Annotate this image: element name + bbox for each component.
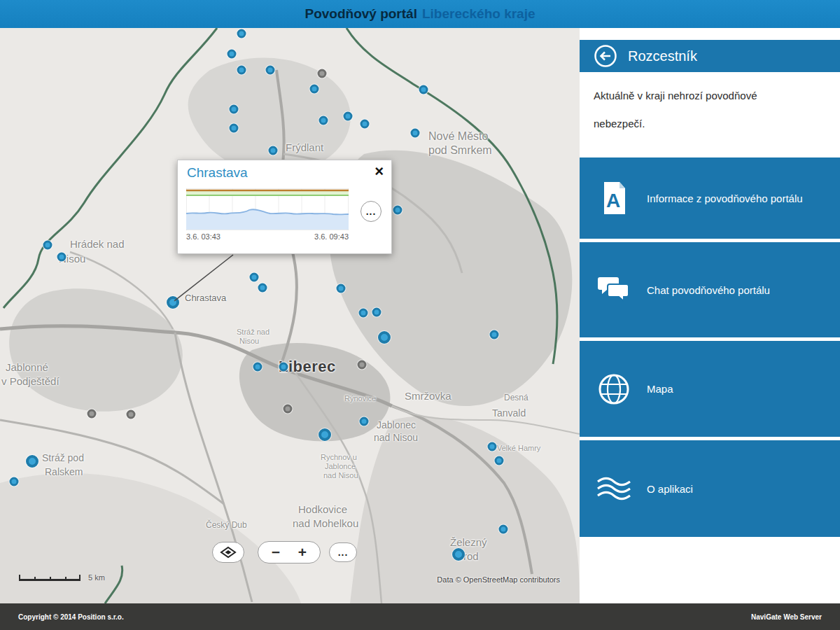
station-marker[interactable] — [419, 85, 428, 94]
station-marker[interactable] — [378, 331, 391, 344]
map-label: Frýdlant — [286, 141, 323, 153]
town-marker[interactable] — [358, 360, 367, 370]
layers-control-button[interactable] — [212, 542, 244, 563]
globe-icon — [592, 372, 636, 406]
station-marker[interactable] — [490, 330, 499, 340]
town-marker[interactable] — [127, 410, 136, 419]
map-label: Nisou — [239, 337, 259, 345]
station-marker[interactable] — [499, 525, 508, 534]
footer-copyright: Copyright © 2014 Position s.r.o. — [18, 613, 124, 621]
document-a-icon: A — [592, 181, 636, 216]
station-marker[interactable] — [250, 273, 259, 282]
map-label: Hrádek nad — [70, 238, 125, 250]
station-marker[interactable] — [372, 308, 382, 317]
station-marker[interactable] — [360, 120, 370, 129]
close-icon[interactable]: × — [374, 164, 384, 179]
map-label: v Podještědí — [1, 375, 59, 387]
map-label: Nové Město — [428, 130, 488, 143]
station-marker[interactable] — [310, 85, 319, 94]
chart-time-end: 3.6. 09:43 — [314, 232, 349, 241]
sidebar-item-mapa[interactable]: Mapa — [580, 341, 840, 437]
map-attribution[interactable]: Data © OpenStreetMap contributors — [437, 575, 560, 584]
station-marker[interactable] — [258, 284, 267, 293]
station-marker[interactable] — [10, 477, 19, 486]
station-marker[interactable] — [230, 124, 239, 133]
sidebar-header-rozcestnik[interactable]: Rozcestník — [580, 40, 840, 72]
map-label: Tanvald — [492, 407, 526, 419]
chart-time-start: 3.6. 03:43 — [186, 232, 220, 241]
app-root: Povodňový portál Libereckého kraje — [0, 0, 840, 630]
station-marker[interactable] — [230, 105, 239, 114]
map-label: pod Smrkem — [428, 144, 492, 157]
town-marker[interactable] — [284, 405, 293, 414]
back-icon[interactable] — [594, 44, 617, 68]
map-label: Stráž nad — [237, 328, 270, 336]
town-marker[interactable] — [318, 69, 327, 78]
station-marker[interactable] — [319, 116, 328, 125]
sidebar-item-o-aplikaci[interactable]: O aplikaci — [580, 440, 840, 537]
map-label: nad Nisou — [374, 432, 418, 443]
map-scalebar: 5 km — [18, 573, 105, 582]
station-marker[interactable] — [360, 417, 369, 426]
map-label: Rýnovice — [344, 394, 376, 402]
station-marker[interactable] — [495, 456, 504, 465]
map-label: Rychnov u — [321, 453, 357, 461]
sidebar-item-informace[interactable]: A Informace z povodňového portálu — [580, 158, 840, 239]
app-title-secondary: Libereckého kraje — [422, 6, 536, 22]
station-marker[interactable] — [269, 146, 278, 155]
map-label: Smržovka — [405, 390, 451, 402]
sidebar-item-label: Mapa — [647, 383, 673, 395]
map-canvas[interactable]: Frýdlant Nové Město pod Smrkem Hrádek na… — [0, 28, 580, 603]
layers-icon — [219, 546, 237, 559]
station-marker[interactable] — [279, 363, 288, 372]
chat-icon — [592, 274, 636, 305]
map-label: Železný — [450, 536, 487, 548]
map-label: Velké Hamry — [497, 444, 540, 452]
station-popup: Chrastava × 3.6 — [177, 160, 392, 254]
map-terrain — [0, 28, 580, 603]
map-label: Český Dub — [206, 520, 247, 530]
station-marker[interactable] — [266, 66, 275, 75]
station-marker[interactable] — [57, 253, 66, 262]
station-marker[interactable] — [318, 428, 331, 441]
station-marker[interactable] — [337, 284, 346, 293]
popup-title: Chrastava — [187, 165, 248, 181]
map-label: nad Mohelkou — [293, 517, 358, 529]
zoom-out-button[interactable]: − — [262, 542, 289, 562]
station-marker[interactable] — [411, 129, 420, 138]
map-label: Jablonce — [325, 462, 356, 470]
sidebar-item-chat[interactable]: Chat povodňového portálu — [580, 242, 840, 337]
map-label: Desná — [504, 393, 528, 402]
station-chart — [186, 188, 349, 230]
map-label: Chrastava — [185, 293, 226, 303]
app-header: Povodňový portál Libereckého kraje — [0, 0, 840, 28]
map-label: Jablonec — [377, 419, 416, 430]
station-marker[interactable] — [253, 363, 262, 372]
station-marker[interactable] — [227, 50, 237, 59]
footer-server-label: NaviGate Web Server — [751, 613, 822, 621]
map-label: nad Nisou — [323, 471, 358, 479]
sidebar-item-label: Chat povodňového portálu — [647, 284, 770, 296]
town-marker[interactable] — [88, 410, 97, 419]
sidebar-header-label: Rozcestník — [628, 48, 697, 64]
station-marker-chrastava[interactable] — [167, 296, 179, 309]
station-marker[interactable] — [488, 442, 497, 451]
scalebar-graphic — [18, 573, 83, 582]
sidebar-item-label: O aplikaci — [647, 483, 693, 495]
zoom-in-button[interactable]: + — [289, 542, 316, 562]
sidebar-item-label: Informace z povodňového portálu — [647, 192, 803, 204]
popup-more-button[interactable]: ... — [360, 201, 382, 222]
svg-text:A: A — [606, 190, 620, 211]
station-marker[interactable] — [393, 206, 402, 215]
station-marker[interactable] — [43, 241, 52, 250]
station-marker[interactable] — [359, 309, 368, 318]
waves-icon — [592, 476, 636, 501]
station-marker[interactable] — [452, 548, 465, 561]
station-marker[interactable] — [344, 112, 353, 121]
scalebar-label: 5 km — [88, 573, 105, 582]
station-marker[interactable] — [237, 29, 246, 38]
map-more-button[interactable]: ... — [329, 542, 357, 562]
status-message: Aktuálně v kraji nehrozí povodňové nebez… — [580, 72, 825, 158]
station-marker[interactable] — [237, 66, 246, 75]
station-marker[interactable] — [26, 455, 38, 468]
